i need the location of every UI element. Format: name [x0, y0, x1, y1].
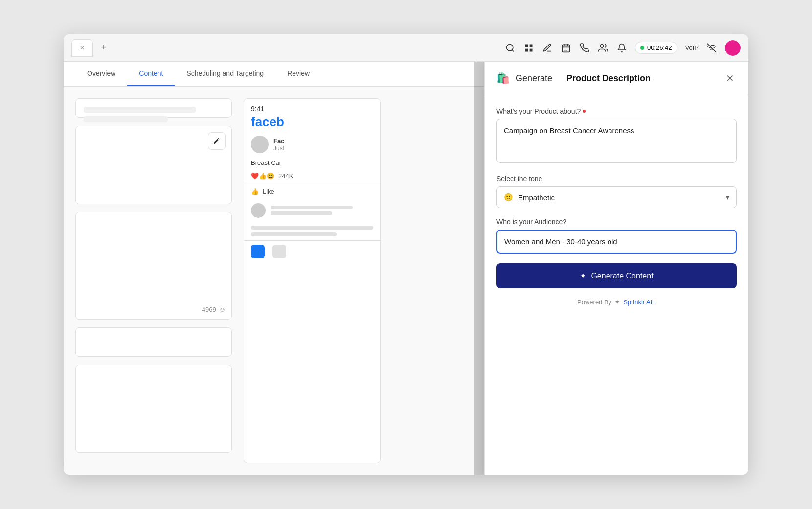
- tab-bar: ✕ +: [71, 39, 499, 57]
- tone-selected-value: 🙂 Empathetic: [504, 193, 555, 202]
- modal-overlay: 🛍️ Generate Product Description ✕ What's…: [474, 62, 748, 475]
- bell-icon[interactable]: [616, 43, 627, 53]
- fb-nav-bottom: [244, 240, 380, 262]
- powered-by-text: Powered By ✦ Sprinklr AI+: [496, 298, 737, 306]
- tab-add-button[interactable]: +: [97, 41, 111, 55]
- phone-icon[interactable]: [579, 43, 590, 53]
- fb-post-header: Fac Just: [244, 132, 380, 157]
- svg-point-11: [600, 44, 604, 47]
- product-textarea[interactable]: Campaign on Breast Cancer Awareness: [496, 119, 737, 163]
- sprinklr-label: Sprinklr AI+: [623, 299, 656, 306]
- fb-avatar: [251, 136, 269, 153]
- timer-badge: 00:26:42: [635, 42, 677, 54]
- svg-rect-2: [525, 44, 528, 47]
- timer-label: 00:26:42: [647, 44, 672, 51]
- tone-field-group: Select the tone 🙂 Empathetic ▾: [496, 175, 737, 208]
- generate-sparkle-icon: ✦: [580, 271, 586, 280]
- fb-commenter-avatar: [251, 203, 266, 218]
- compose-icon[interactable]: [542, 43, 553, 53]
- generate-btn-label: Generate Content: [591, 272, 653, 280]
- generate-content-button[interactable]: ✦ Generate Content: [496, 263, 737, 288]
- user-avatar[interactable]: [725, 40, 741, 56]
- browser-actions: 12 00:26:42 VoIP: [505, 40, 741, 56]
- image-block[interactable]: [75, 126, 232, 204]
- bottom-block: [75, 365, 232, 453]
- tab-close-icon[interactable]: ✕: [79, 45, 86, 51]
- tab-content[interactable]: Content: [127, 62, 175, 86]
- edit-button[interactable]: [208, 132, 226, 150]
- modal-header: 🛍️ Generate Product Description ✕: [485, 62, 748, 95]
- browser-topbar: ✕ + 12: [64, 34, 748, 62]
- chevron-down-icon: ▾: [726, 193, 729, 201]
- audience-field-label: Who is your Audience?: [496, 218, 737, 226]
- fb-poster-name: Fac: [273, 138, 284, 145]
- modal-close-button[interactable]: ✕: [723, 71, 737, 85]
- fb-action-bar: 👍 Like: [244, 184, 380, 199]
- product-field-label: What's your Product about?: [496, 107, 737, 115]
- svg-rect-5: [530, 48, 533, 51]
- tab-review[interactable]: Review: [275, 62, 321, 86]
- placeholder-line: [84, 116, 168, 122]
- audience-field-group: Who is your Audience?: [496, 218, 737, 254]
- svg-rect-4: [525, 48, 528, 51]
- modal-title-bold: Product Description: [566, 73, 651, 84]
- fb-gray-bars: [244, 222, 380, 240]
- char-count-value: 4969: [202, 306, 216, 313]
- thumbs-up-icon: 👍: [251, 188, 259, 195]
- calendar-icon[interactable]: 12: [561, 43, 571, 53]
- app-area: Overview Content Scheduling and Targetin…: [64, 62, 748, 475]
- generate-modal: 🛍️ Generate Product Description ✕ What's…: [484, 62, 748, 475]
- audience-input[interactable]: [496, 230, 737, 254]
- fb-bar: [251, 232, 337, 236]
- fb-content-text: Breast Car: [244, 157, 380, 168]
- editor-left-panel: 4969 ☺: [75, 98, 232, 463]
- fb-comment-line: [271, 211, 332, 215]
- tab-scheduling[interactable]: Scheduling and Targeting: [175, 62, 275, 86]
- tone-value-label: Empathetic: [518, 193, 555, 202]
- fb-poster-sub: Just: [273, 145, 284, 152]
- title-block: [75, 98, 232, 118]
- svg-rect-3: [530, 44, 533, 47]
- url-block: [75, 327, 232, 357]
- svg-text:12: 12: [564, 48, 567, 51]
- placeholder-line: [84, 107, 196, 113]
- required-indicator: [583, 110, 586, 113]
- facebook-preview: 9:41 faceb Fac Just Breast Car ❤️👍😆: [244, 99, 380, 262]
- fb-nav-circle: [272, 245, 286, 258]
- reaction-count: 244K: [278, 172, 293, 180]
- fb-bar: [251, 226, 373, 230]
- browser-tab[interactable]: ✕: [71, 39, 93, 57]
- users-icon[interactable]: [598, 43, 609, 53]
- product-field-group: What's your Product about? Campaign on B…: [496, 107, 737, 165]
- char-count: 4969 ☺: [202, 306, 226, 313]
- fb-time: 9:41: [244, 99, 380, 113]
- reaction-icons: ❤️👍😆: [251, 172, 274, 180]
- fb-user-row: [244, 199, 380, 222]
- modal-title-generate: Generate: [516, 73, 552, 84]
- like-label: Like: [263, 188, 274, 195]
- sprinklr-sparkle-icon: ✦: [614, 298, 620, 306]
- tone-select[interactable]: 🙂 Empathetic ▾: [496, 186, 737, 208]
- wifi-off-icon[interactable]: [706, 43, 717, 53]
- fb-reactions: ❤️👍😆 244K: [244, 168, 380, 184]
- tone-emoji: 🙂: [504, 193, 513, 202]
- fb-logo: faceb: [244, 113, 380, 132]
- svg-point-0: [506, 44, 513, 50]
- fb-nav-home-icon: [251, 245, 265, 258]
- grid-icon[interactable]: [523, 43, 534, 53]
- timer-dot: [640, 46, 644, 50]
- tone-field-label: Select the tone: [496, 175, 737, 183]
- svg-line-1: [512, 49, 514, 51]
- facebook-preview-panel: 9:41 faceb Fac Just Breast Car ❤️👍😆: [244, 98, 381, 463]
- text-editor-block[interactable]: 4969 ☺: [75, 212, 232, 320]
- voip-label: VoIP: [685, 44, 699, 51]
- modal-body: What's your Product about? Campaign on B…: [485, 95, 748, 475]
- search-icon[interactable]: [505, 43, 516, 53]
- modal-bag-icon: 🛍️: [496, 72, 510, 85]
- tab-overview[interactable]: Overview: [75, 62, 127, 86]
- fb-comment-line: [271, 206, 353, 209]
- emoji-icon: ☺: [219, 306, 226, 313]
